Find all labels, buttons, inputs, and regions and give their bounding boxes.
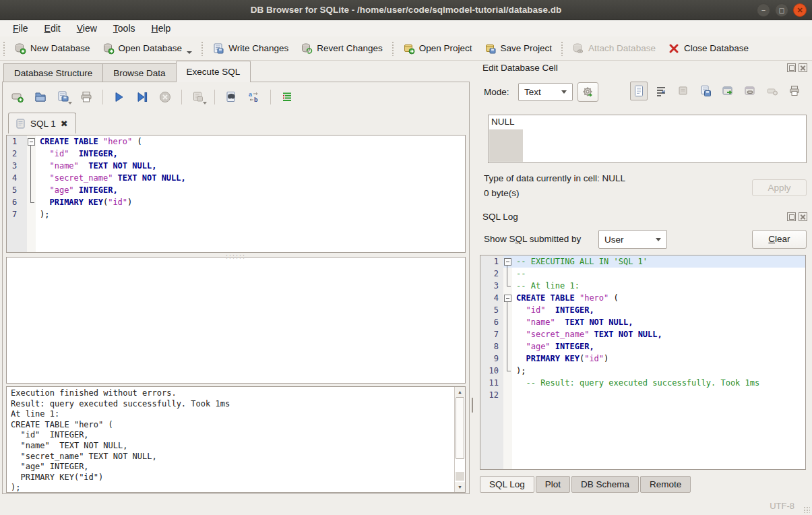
sql-toolbar-separator: [181, 90, 182, 104]
tab-plot[interactable]: Plot: [536, 476, 570, 493]
log-filter-select[interactable]: User: [598, 230, 667, 249]
auto-apply-button[interactable]: [577, 82, 598, 102]
float-panel-icon[interactable]: [787, 63, 796, 72]
sql-log-dock-buttons: [787, 212, 807, 221]
scrollbar-page-area[interactable]: [456, 472, 464, 481]
replace-icon[interactable]: ab: [246, 89, 262, 105]
edit-cell-title: Edit Database Cell: [482, 63, 558, 73]
execution-message: Execution finished without errors. Resul…: [7, 387, 465, 493]
cell-value-editor[interactable]: NULL: [488, 115, 807, 163]
mode-value: Text: [524, 87, 541, 97]
tab-execute-sql[interactable]: Execute SQL: [176, 61, 251, 82]
write-changes-button[interactable]: Write Changes: [206, 40, 294, 57]
import-cell-icon: [675, 82, 692, 100]
status-bar: UTF-8: [0, 495, 812, 515]
text-mode-icon[interactable]: [630, 82, 648, 100]
save-project-label: Save Project: [501, 43, 553, 53]
minimize-icon[interactable]: −: [757, 3, 770, 17]
results-grid[interactable]: ······: [6, 257, 466, 384]
sql-file-tab[interactable]: SQL 1 ✖: [8, 113, 76, 133]
open-project-button[interactable]: Open Project: [397, 40, 478, 57]
title-bar[interactable]: DB Browser for SQLite - /home/user/code/…: [0, 0, 812, 20]
scrollbar-track[interactable]: [455, 397, 465, 482]
open-database-label: Open Database: [119, 43, 183, 53]
toolbar-separator: [392, 41, 394, 56]
close-database-label: Close Database: [684, 43, 749, 53]
menu-file[interactable]: File: [5, 21, 36, 36]
chevron-down-icon: [656, 238, 661, 241]
save-sql-file-icon[interactable]: [55, 89, 71, 105]
menu-view[interactable]: View: [69, 21, 104, 36]
open-database-caret-icon[interactable]: [187, 51, 192, 54]
sql-editor[interactable]: 1CREATE TABLE "hero" (2 "id" INTEGER,3 "…: [6, 135, 466, 253]
close-sql-tab-icon[interactable]: ✖: [61, 119, 68, 129]
save-results-caret-icon: [203, 102, 207, 104]
clear-log-button[interactable]: Clear: [752, 230, 807, 249]
tab-sql-log[interactable]: SQL Log: [480, 476, 534, 493]
open-sql-file-icon[interactable]: [32, 89, 49, 105]
open-tab-icon[interactable]: [9, 89, 26, 105]
new-database-button[interactable]: New Database: [8, 40, 96, 57]
word-wrap-icon[interactable]: [652, 82, 670, 100]
cell-value: NULL: [491, 117, 515, 127]
execution-message-pane[interactable]: Execution finished without errors. Resul…: [6, 386, 466, 493]
float-panel-icon[interactable]: [787, 212, 796, 221]
menu-edit[interactable]: Edit: [37, 21, 68, 36]
results-scrollbar[interactable]: ▲ ▼: [454, 387, 465, 492]
svg-text:a: a: [249, 91, 253, 98]
cell-link-icon[interactable]: [741, 82, 759, 100]
cell-size-info: 0 byte(s): [484, 188, 520, 198]
sql-toolbar-separator: [270, 90, 271, 104]
tab-db-schema[interactable]: DB Schema: [571, 476, 639, 493]
open-database-button[interactable]: Open Database: [96, 40, 199, 57]
format-sql-icon[interactable]: [279, 89, 295, 105]
new-database-label: New Database: [30, 43, 90, 53]
revert-changes-label: Revert Changes: [317, 43, 383, 53]
execute-line-icon[interactable]: [134, 89, 150, 105]
window-controls: − ◻ ✕: [757, 3, 807, 17]
open-in-external-icon[interactable]: [719, 82, 737, 100]
menu-help[interactable]: Help: [144, 21, 179, 36]
maximize-icon[interactable]: ◻: [775, 3, 788, 17]
scrollbar-thumb[interactable]: [456, 397, 464, 459]
save-project-icon: [485, 42, 497, 55]
save-project-button[interactable]: Save Project: [478, 40, 559, 57]
main-toolbar: New Database Open Database Write Changes…: [0, 36, 812, 61]
attach-database-icon: [572, 42, 584, 55]
close-database-button[interactable]: Close Database: [662, 40, 755, 57]
tab-remote[interactable]: Remote: [640, 476, 691, 493]
mode-select[interactable]: Text: [518, 83, 573, 101]
sql-log-view[interactable]: 1-- EXECUTING ALL IN 'SQL 1'2--3-- At li…: [480, 255, 806, 470]
sql-log-title: SQL Log: [482, 212, 518, 222]
attach-database-label: Attach Database: [588, 43, 656, 53]
toolbar-drag-handle[interactable]: [3, 41, 5, 56]
execute-sql-content: ab SQL 1 ✖ 1CREATE TABLE "hero" (2 "id" …: [2, 82, 470, 494]
export-cell-icon[interactable]: [697, 82, 714, 100]
svg-text:b: b: [254, 96, 258, 103]
chevron-down-icon: [561, 90, 567, 94]
execute-sql-panel: Database Structure Browse Data Execute S…: [0, 61, 474, 495]
tab-database-structure[interactable]: Database Structure: [3, 63, 103, 82]
print-cell-icon[interactable]: [786, 82, 803, 100]
scroll-down-icon[interactable]: ▼: [455, 482, 465, 492]
find-icon[interactable]: [223, 89, 239, 105]
print-icon[interactable]: [78, 89, 94, 105]
close-panel-icon[interactable]: [799, 212, 807, 221]
toolbar-separator: [561, 41, 563, 56]
toolbar-separator: [201, 41, 204, 56]
revert-changes-icon: [301, 42, 313, 55]
close-panel-icon[interactable]: [799, 63, 807, 72]
revert-changes-button[interactable]: Revert Changes: [294, 40, 389, 57]
save-sql-caret-icon[interactable]: [68, 102, 72, 104]
encoding-indicator[interactable]: UTF-8: [770, 501, 794, 511]
execute-all-icon[interactable]: [111, 89, 127, 105]
window-title: DB Browser for SQLite - /home/user/code/…: [251, 5, 561, 15]
resize-grip-icon[interactable]: [803, 506, 810, 513]
close-icon[interactable]: ✕: [793, 3, 807, 17]
new-database-icon: [14, 42, 26, 55]
sql-file-icon: [16, 119, 26, 129]
scroll-up-icon[interactable]: ▲: [455, 387, 465, 397]
menu-tools[interactable]: Tools: [106, 21, 143, 36]
edit-cell-dock-buttons: [787, 63, 807, 72]
tab-browse-data[interactable]: Browse Data: [102, 63, 176, 82]
